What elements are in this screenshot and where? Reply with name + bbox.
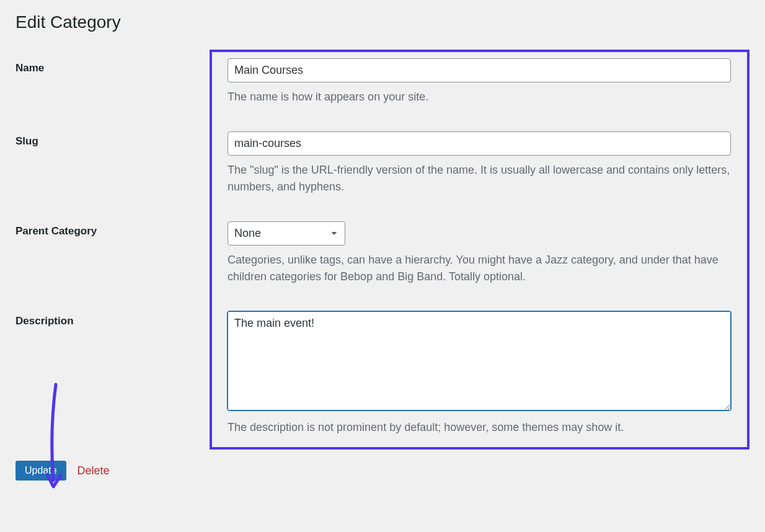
slug-help-text: The "slug" is the URL-friendly version o…	[228, 162, 731, 195]
parent-category-label: Parent Category	[15, 214, 215, 304]
parent-help-text: Categories, unlike tags, can have a hier…	[228, 252, 731, 285]
page-title: Edit Category	[15, 12, 750, 32]
description-label: Description	[15, 304, 215, 454]
name-help-text: The name is how it appears on your site.	[228, 89, 731, 105]
name-input[interactable]	[228, 58, 731, 82]
update-button[interactable]: Update	[15, 461, 66, 481]
form-actions: Update Delete	[15, 461, 750, 481]
description-textarea[interactable]	[228, 311, 731, 410]
description-help-text: The description is not prominent by defa…	[228, 419, 731, 436]
slug-label: Slug	[15, 124, 215, 214]
slug-input[interactable]	[228, 131, 731, 156]
delete-link[interactable]: Delete	[77, 464, 110, 477]
edit-category-form: Name The name is how it appears on your …	[15, 51, 750, 454]
parent-category-select[interactable]: None	[228, 221, 345, 246]
name-label: Name	[15, 51, 215, 124]
